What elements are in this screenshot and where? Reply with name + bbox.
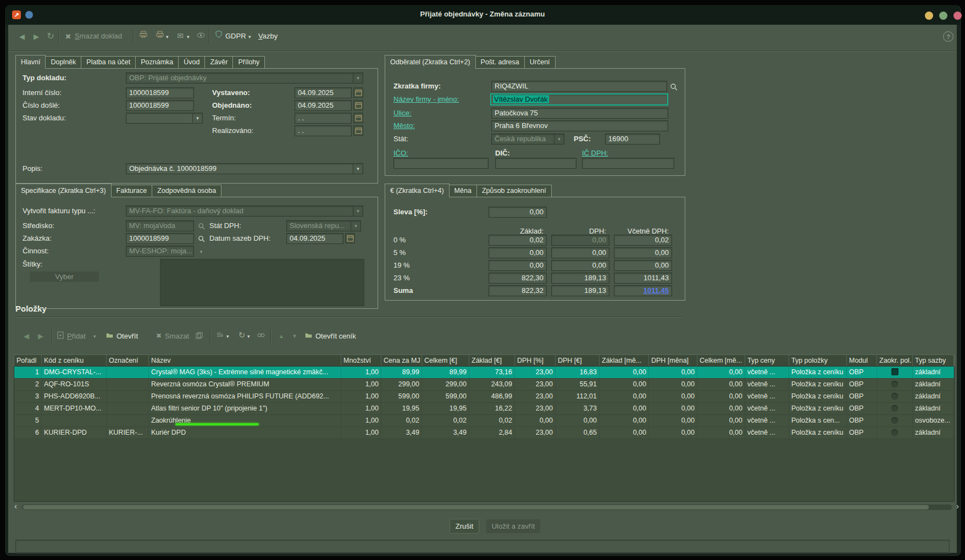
table-row[interactable]: 5Zaokrúhlenie1,000,020,020,020,000,000,0… [14,415,954,427]
chevron-down-icon[interactable]: ▾ [226,334,229,339]
termin-input[interactable]: . . [295,113,352,124]
vyber-button[interactable]: Vyber [29,271,99,282]
stat-select[interactable]: Česká republika ▾ [491,134,564,145]
preview-eye-icon[interactable] [197,32,205,38]
rounding-checkbox[interactable] [891,417,898,424]
objednano-input[interactable]: 04.09.2025 [295,100,352,111]
gdpr-button[interactable]: GDPR [225,30,246,42]
tab-odberatel[interactable]: Odběratel (Zkratka Ctrl+2) [385,55,476,69]
ico-link[interactable]: IČO: [393,148,408,159]
popis-select[interactable]: Objednávka č. 1000018599 ▾ [126,163,363,174]
sleva-input[interactable]: 0,00 [489,207,547,218]
chevron-down-icon[interactable]: ▾ [93,334,96,339]
items-table-body[interactable]: 1DMG-CRYSTAL-...Crystal® MAG (3ks) - Ext… [14,367,955,502]
tab-prilohy[interactable]: Přílohy [232,56,265,68]
vat-vcetne-input[interactable]: 0,00 [614,260,672,271]
column-header[interactable]: Základ [mě... [600,355,649,366]
print-icon[interactable] [140,31,147,38]
tab-uvod[interactable]: Úvod [178,56,205,68]
dic-input[interactable] [495,158,576,169]
tab-urceni[interactable]: Určení [524,56,556,68]
column-header[interactable]: Celkem [€] [422,355,469,366]
zkratka-firmy-input[interactable]: RIQ4ZWIL [491,81,667,92]
vazby-button[interactable]: Vazby [258,30,278,42]
rounding-checkbox[interactable] [891,405,898,412]
vystaveno-input[interactable]: 04.09.2025 [295,87,352,98]
ulice-input[interactable]: Patočkova 75 [491,108,668,119]
datum-sazeb-input[interactable]: 04.09.2025 [286,233,343,244]
vat-zaklad-input[interactable]: 822,30 [489,273,547,284]
copy-item-icon[interactable] [196,332,203,339]
open-item-button[interactable]: Otevřít [117,330,138,342]
ico-input[interactable] [393,158,489,169]
save-and-close-button[interactable]: Uložit a zavřít [486,519,541,534]
column-header[interactable]: Množství [341,355,381,366]
maximize-button[interactable] [939,12,947,20]
rounding-checkbox[interactable] [891,429,898,436]
calendar-icon[interactable] [353,113,363,123]
rounding-checkbox[interactable] [891,381,898,387]
tab-zodpovedna-osoba[interactable]: Zodpovědná osoba [152,185,221,197]
search-icon[interactable] [196,234,206,244]
typ-dokladu-select[interactable]: OBP: Prijaté objednávky ▾ [126,73,363,84]
nav-back-icon[interactable]: ◀ [16,31,27,42]
calendar-icon[interactable] [353,125,363,136]
print-send-icon[interactable] [156,31,164,38]
tab-platba-na-ucet[interactable]: Platba na účet [81,56,136,68]
delete-item-button[interactable]: Smazat [165,330,189,342]
column-header[interactable]: Pořadí [14,355,42,366]
vat-dph-input[interactable]: 0,00 [551,235,609,246]
vat-dph-input[interactable]: 189,13 [551,273,609,284]
close-button[interactable] [953,12,962,20]
minimize-button[interactable] [925,12,933,20]
table-row[interactable]: 3PHS-ADD6920B...Prenosná reverzná osmóza… [14,391,954,403]
column-header[interactable]: Typ položky [789,355,847,366]
column-header[interactable]: Typ sazby [913,355,954,366]
vat-zaklad-input[interactable]: 0,00 [489,247,547,258]
link-icon[interactable] [257,333,265,337]
tab-poznamka[interactable]: Poznámka [135,56,179,68]
calendar-icon[interactable] [353,100,363,110]
delete-document-button[interactable]: Smazat doklad [75,30,122,42]
stredisko-input[interactable]: MV: mojaVoda [126,220,194,231]
scroll-right-icon[interactable]: › [956,502,959,510]
refresh-icon[interactable]: ↻ [45,30,56,41]
help-icon[interactable]: ? [943,31,953,42]
chevron-down-icon[interactable]: ▾ [187,34,190,40]
column-header[interactable]: Základ [€] [469,355,515,366]
column-header[interactable]: Modul [847,355,877,366]
chevron-down-icon[interactable]: ▾ [353,73,363,83]
tab-specifikace[interactable]: Specifikace (Zkratka Ctrl+3) [15,184,112,197]
column-header[interactable]: DPH [%] [515,355,556,366]
chevron-down-icon[interactable]: ▾ [353,164,363,174]
rounding-checkbox[interactable] [891,368,899,375]
search-icon[interactable] [669,81,679,92]
chevron-down-icon[interactable]: ▾ [248,34,251,40]
chevron-down-icon[interactable]: ▾ [166,34,169,40]
open-price-list-button[interactable]: Otevřít ceník [315,330,356,342]
column-header[interactable]: Cena za MJ [381,355,422,366]
psc-input[interactable]: 16900 [605,134,660,145]
horizontal-scrollbar[interactable] [22,504,952,510]
nazev-firmy-link[interactable]: Název firmy - jméno: [393,94,459,105]
zakazka-input[interactable]: 1000018599 [126,233,194,244]
column-header[interactable]: Typ ceny [745,355,789,366]
column-header[interactable]: Celkem [mě... [697,355,745,366]
rounding-checkbox[interactable] [891,393,898,400]
scrollbar-thumb[interactable] [23,505,929,509]
realizovano-input[interactable]: . . [295,125,352,136]
email-icon[interactable]: ✉ [176,31,185,40]
chevron-down-icon[interactable]: ▾ [351,221,361,231]
items-nav-back-icon[interactable]: ◀ [21,330,32,341]
column-header[interactable]: DPH [€] [556,355,600,366]
column-header[interactable]: DPH [měna] [649,355,697,366]
mesto-link[interactable]: Město: [393,120,415,131]
nav-forward-icon[interactable]: ▶ [31,31,42,42]
column-header[interactable]: Kód z ceníku [42,355,107,366]
tab-hlavni[interactable]: Hlavní [15,55,46,69]
vat-zaklad-input[interactable]: 0,02 [489,235,547,246]
sort-list-icon[interactable] [217,332,224,339]
stat-dph-select[interactable]: Slovenská repu... ▾ [286,220,361,231]
tab-fakturace[interactable]: Fakturace [111,185,153,197]
stav-dokladu-select[interactable]: ▾ [126,113,203,124]
